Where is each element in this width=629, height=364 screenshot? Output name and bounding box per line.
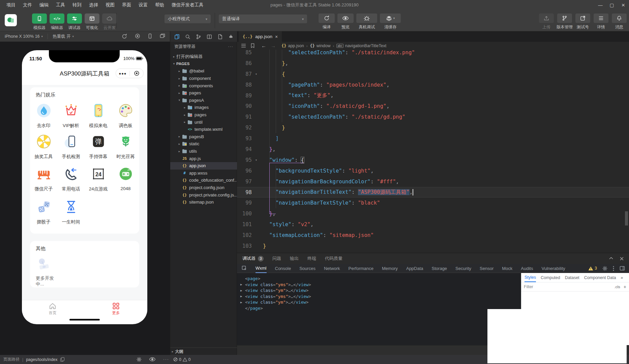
expand-arrow-icon[interactable]: ▶ [240,289,245,292]
tool-item-手机检测[interactable]: 手机检测 [57,134,85,160]
tree-item-static[interactable]: ▸static [170,140,237,148]
menu-工具[interactable]: 工具 [53,1,68,9]
toolbar-button-预览[interactable]: 预览 [337,13,354,30]
nav-forward-icon[interactable]: → [271,43,276,49]
search-icon[interactable] [185,34,190,39]
wxml-node[interactable]: ▶<view class="yms">…</view> [240,294,521,300]
menu-微信开发者工具[interactable]: 微信开发者工具 [169,1,207,9]
menu-设置[interactable]: 设置 [136,1,151,9]
appearance-icon[interactable] [228,34,234,39]
debugger-tab-问题[interactable]: 问题 [272,255,281,262]
mode-select[interactable]: 小程序模式▾ [164,14,211,23]
code-editor[interactable]: 85 "selectedIconPath": "./static/index.p… [237,50,629,253]
filter-input[interactable]: Filter [524,284,533,289]
tool-item-微信尺子[interactable]: 微信尺子 [30,166,57,192]
debugger-tab-调试器[interactable]: 调试器3 [242,255,264,262]
split-icon[interactable] [207,34,212,39]
menu-icon[interactable] [241,43,246,48]
devtools-tab-AppData[interactable]: AppData [406,264,423,273]
code-line-97[interactable]: 97 "navigationBarBackgroundColor": "#fff… [237,176,629,187]
toolbar-button-云开发[interactable]: 云开发 [102,13,117,31]
tree-item-components[interactable]: ▸components [170,82,237,89]
tree-item-component[interactable]: ▸component [170,75,237,82]
code-line-92[interactable]: 92 } [237,122,629,133]
tree-item-打开的编辑器[interactable]: ▸打开的编辑器 [170,53,237,60]
toolbar-button-模拟器[interactable]: 模拟器 [32,13,47,31]
tree-item-app.wxss[interactable]: #app.wxss [170,170,237,177]
tree-item-sitemap.json[interactable]: {}sitemap.json [170,199,237,206]
code-line-91[interactable]: 91 "selectedIconPath": "./static/gd.png" [237,112,629,122]
problems-status[interactable]: 00 [173,357,190,362]
breadcrumb-item-navigationBarTitleText[interactable]: abcnavigationBarTitleText [336,43,386,48]
wxml-node[interactable]: ▶<view class="yms">…</view> [240,282,521,288]
files-icon[interactable] [174,34,180,39]
tree-item-code_obfuscation_conf...[interactable]: {}code_obfuscation_conf... [170,177,237,184]
toolbar-button-清缓存[interactable]: ▾清缓存 [380,13,401,30]
code-line-93[interactable]: 93 ] [237,133,629,144]
toolbar-button-编译[interactable]: 编译 [319,13,335,30]
bookmark-icon[interactable] [250,43,255,48]
explorer-more-icon[interactable]: ··· [228,44,234,49]
new-class-button[interactable]: .cls [615,285,620,289]
maximize-icon[interactable]: ▢ [606,0,618,10]
editor-scrollbar[interactable] [625,211,628,225]
tool-item-更多开发中...[interactable]: 更多开发中... [30,256,66,287]
code-line-89[interactable]: 89 "text": "更多", [237,90,629,101]
styles-tabs-more[interactable]: » [621,275,623,280]
menu-视图[interactable]: 视图 [102,1,118,9]
tool-item-VIP解析[interactable]: VIP解析 [57,103,85,129]
compile-select[interactable]: 普通编译▾ [219,14,307,23]
phone-tab-首页[interactable]: 首页 [39,303,66,315]
code-line-99[interactable]: 99 "navigationBarTextStyle": "black" [237,198,629,208]
tool-item-抽奖工具[interactable]: 抽奖工具 [30,134,57,160]
menu-项目[interactable]: 项目 [3,1,19,9]
exit-target-icon[interactable] [130,71,143,76]
code-line-87[interactable]: 87▾ { [237,69,629,80]
styles-tab-Dataset[interactable]: Dataset [565,273,579,282]
outline-section[interactable]: ▸大纲 [170,347,237,355]
tool-item-24点游戏[interactable]: 2424点游戏 [85,166,112,192]
wxml-node[interactable]: </page> [240,305,521,311]
tree-item-PAGES[interactable]: ▾PAGES [170,60,237,68]
close-tab-icon[interactable]: × [275,34,278,39]
code-line-90[interactable]: 90 "iconPath": "./static/gd-1.png", [237,101,629,112]
inspect-icon[interactable] [242,266,247,271]
code-line-96[interactable]: 96 "backgroundTextStyle": "light", [237,165,629,176]
tree-item-utils[interactable]: ▸utils [170,148,237,155]
tool-item-模拟来电[interactable]: 模拟来电 [85,103,112,129]
tool-item-掷骰子[interactable]: 掷骰子 [30,199,57,225]
gear-icon[interactable] [602,266,607,271]
nav-back-icon[interactable]: ← [261,43,266,49]
minimize-icon[interactable]: — [595,0,606,10]
devtools-tab-Console[interactable]: Console [275,264,291,273]
source-control-icon[interactable] [196,34,201,39]
devtools-tab-Performance[interactable]: Performance [349,264,373,273]
devtools-tab-Network[interactable]: Network [324,264,340,273]
breadcrumb-item-window[interactable]: {}window [310,43,330,48]
gear-icon[interactable] [137,357,142,362]
styles-tab-Component Data[interactable]: Component Data [584,273,616,282]
toolbar-button-编辑器[interactable]: </>编辑器 [50,13,64,31]
add-style-button[interactable]: + [624,284,626,290]
devtools-tab-Vulnerability[interactable]: Vulnerability [541,264,565,273]
tree-item-pagesB[interactable]: ▸pagesB [170,133,237,141]
styles-tab-Styles[interactable]: Styles [525,273,536,282]
toolbar-button-可视化[interactable]: 可视化 [85,13,99,31]
breadcrumb-item-app.json[interactable]: {}app.json [281,43,304,48]
chevron-up-icon[interactable] [609,257,613,261]
tree-item-pages[interactable]: ▸pages [170,111,237,119]
code-line-88[interactable]: 88 "pagePath": "pages/tools/index", [237,80,629,90]
panel-icon[interactable] [620,266,625,271]
debugger-tab-输出[interactable]: 输出 [290,255,299,262]
code-line-102[interactable]: 102 "sitemapLocation": "sitemap.json" [237,230,629,241]
tree-item-@babel[interactable]: ▸@babel [170,67,237,75]
hot-reload-toggle[interactable]: 热重载 开▾ [48,34,79,39]
code-line-86[interactable]: 86 }, [237,58,629,69]
tree-item-app.js[interactable]: JSapp.js [170,155,237,162]
tree-item-pagesA[interactable]: ▾pagesA [170,97,237,104]
code-line-95[interactable]: 95▾ "window": { [237,155,629,165]
copy-path-icon[interactable] [60,357,64,362]
tree-item-images[interactable]: ▸images [170,104,237,111]
kebab-icon[interactable]: ··· [163,357,169,362]
wxml-tree[interactable]: <page>▶<view class="yms">…</view>▶<view … [237,273,521,345]
